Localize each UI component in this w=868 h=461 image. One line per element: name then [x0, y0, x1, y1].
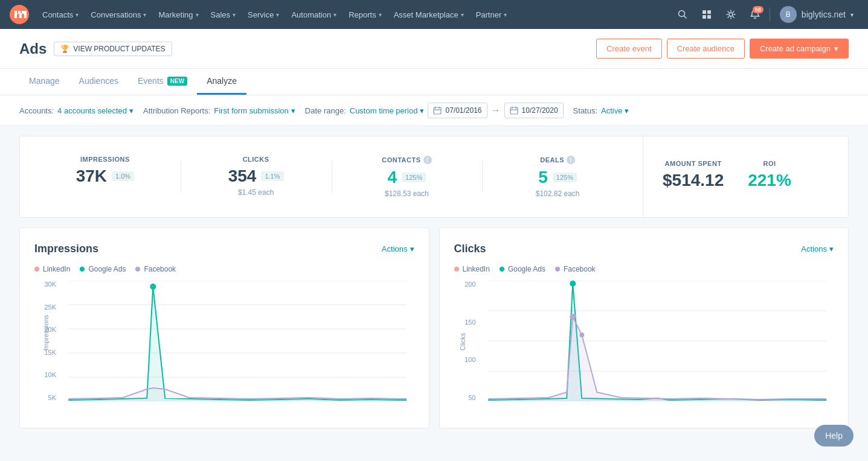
chevron-down-icon: ▾ — [420, 106, 424, 115]
svg-rect-8 — [434, 107, 441, 114]
create-campaign-button[interactable]: Create ad campaign ▾ — [750, 39, 849, 59]
chevron-down-icon: ▾ — [276, 11, 279, 18]
clicks-chart-title: Clicks — [454, 243, 486, 255]
nav-item-reports[interactable]: Reports▾ — [342, 7, 388, 23]
status-filter: Status: Active ▾ — [573, 106, 629, 115]
hubspot-logo[interactable] — [10, 5, 29, 24]
contacts-sub: $128.53 each — [341, 189, 473, 198]
legend-facebook: Facebook — [135, 265, 176, 273]
status-value[interactable]: Active ▾ — [601, 106, 629, 115]
impressions-chart-header: Impressions Actions ▾ — [34, 243, 414, 255]
amount-spent-stat: AMOUNT SPENT $514.12 — [663, 160, 724, 194]
legend-linkedin-clicks: LinkedIn — [454, 265, 490, 273]
date-from-value: 07/01/2016 — [445, 106, 481, 115]
accounts-filter: Accounts: 4 accounts selected ▾ — [19, 106, 133, 115]
notification-badge: 58 — [753, 6, 764, 13]
legend-google-ads: Google Ads — [80, 265, 126, 273]
svg-marker-24 — [68, 388, 407, 401]
date-to-value: 10/27/2020 — [522, 106, 558, 115]
tab-events[interactable]: Events NEW — [128, 69, 197, 95]
contacts-value: 4 125% — [341, 168, 473, 187]
deals-label: DEALS i — [492, 156, 623, 164]
chevron-down-icon: ▾ — [76, 11, 79, 18]
deals-sub: $102.82 each — [492, 189, 623, 198]
svg-rect-4 — [707, 10, 711, 14]
amount-spent-label: AMOUNT SPENT — [663, 160, 724, 167]
legend-dot-linkedin — [34, 267, 39, 272]
contacts-info-icon[interactable]: i — [423, 156, 432, 164]
attribution-value[interactable]: First form submission ▾ — [214, 106, 295, 115]
nav-item-partner[interactable]: Partner▾ — [470, 7, 513, 23]
nav-item-automation[interactable]: Automation▾ — [285, 7, 342, 23]
nav-icons: 58 — [673, 5, 765, 24]
clicks-chart-legend: LinkedIn Google Ads Facebook — [454, 265, 834, 273]
nav-item-asset-marketplace[interactable]: Asset Marketplace▾ — [388, 7, 470, 23]
help-button[interactable]: Help — [814, 425, 854, 447]
tab-manage[interactable]: Manage — [19, 69, 69, 95]
accounts-value[interactable]: 4 accounts selected ▾ — [57, 106, 133, 115]
search-icon[interactable] — [673, 5, 692, 24]
svg-marker-32 — [488, 317, 826, 401]
grid-icon[interactable] — [697, 5, 716, 24]
svg-marker-30 — [488, 284, 826, 401]
account-name: biglytics.net — [802, 10, 846, 19]
clicks-sub: $1.45 each — [190, 188, 322, 197]
roi-value: 221% — [748, 171, 791, 190]
clicks-stat: CLICKS 354 1.1% $1.45 each — [181, 151, 332, 203]
stats-right: AMOUNT SPENT $514.12 ROI 221% — [643, 136, 848, 217]
contacts-label: CONTACTS i — [341, 156, 473, 164]
stats-panel: IMPRESSIONS 37K 1.0% CLICKS 354 1.1% $1.… — [19, 136, 849, 218]
deals-info-icon[interactable]: i — [567, 156, 575, 164]
notifications-icon[interactable]: 58 — [745, 5, 765, 24]
nav-item-service[interactable]: Service▾ — [242, 7, 285, 23]
impressions-chart-legend: LinkedIn Google Ads Facebook — [34, 265, 414, 273]
tab-analyze[interactable]: Analyze — [197, 69, 246, 95]
nav-divider — [770, 7, 770, 22]
date-from-input[interactable]: 07/01/2016 — [428, 103, 487, 118]
impressions-value: 37K 1.0% — [39, 167, 171, 186]
tabs-bar: Manage Audiences Events NEW Analyze — [0, 69, 868, 95]
date-range-filter: Date range: Custom time period ▾ 07/01/2… — [305, 103, 564, 118]
y-axis-title-clicks: Clicks — [458, 333, 466, 351]
attribution-filter: Attribution Reports: First form submissi… — [143, 106, 295, 115]
clicks-chart-panel: Clicks Actions ▾ LinkedIn Google Ads Fac… — [439, 227, 849, 428]
create-audience-button[interactable]: Create audience — [667, 39, 745, 59]
chevron-down-icon: ▾ — [129, 106, 133, 115]
impressions-actions-button[interactable]: Actions ▾ — [382, 244, 414, 253]
date-range-label: Date range: — [305, 106, 346, 115]
legend-facebook-clicks: Facebook — [555, 265, 596, 273]
new-badge: NEW — [167, 77, 187, 86]
clicks-value: 354 1.1% — [190, 167, 322, 186]
svg-point-7 — [729, 13, 733, 16]
accounts-label: Accounts: — [19, 106, 54, 115]
avatar: B — [780, 6, 797, 23]
account-selector[interactable]: B biglytics.net ▾ — [775, 4, 858, 25]
nav-item-contacts[interactable]: Contacts▾ — [36, 7, 85, 23]
nav-item-sales[interactable]: Sales▾ — [205, 7, 242, 23]
chevron-down-icon: ▾ — [625, 106, 629, 115]
status-label: Status: — [573, 106, 597, 115]
settings-icon[interactable] — [721, 5, 741, 24]
create-event-button[interactable]: Create event — [596, 39, 661, 59]
deals-value: 5 125% — [492, 168, 623, 187]
impressions-stat: IMPRESSIONS 37K 1.0% — [30, 151, 181, 203]
impressions-chart-area: Impressions — [61, 281, 414, 413]
chevron-down-icon: ▾ — [834, 44, 838, 53]
nav-item-marketing[interactable]: Marketing▾ — [152, 7, 204, 23]
nav-item-conversations[interactable]: Conversations▾ — [85, 7, 152, 23]
impressions-chart-container: 30K 25K 20K 15K 10K 5K Impressions — [34, 281, 414, 413]
contacts-badge: 125% — [402, 173, 426, 182]
page-title: Ads — [19, 40, 47, 57]
clicks-actions-button[interactable]: Actions ▾ — [801, 244, 834, 253]
svg-point-31 — [570, 281, 576, 287]
page-header: Ads 🏆 VIEW PRODUCT UPDATES Create event … — [0, 29, 868, 69]
product-updates-button[interactable]: 🏆 VIEW PRODUCT UPDATES — [54, 42, 172, 56]
deals-stat: DEALS i 5 125% $102.82 each — [482, 151, 633, 203]
top-navigation: Contacts▾Conversations▾Marketing▾Sales▾S… — [0, 0, 868, 29]
tab-audiences[interactable]: Audiences — [69, 69, 128, 95]
date-range-value[interactable]: Custom time period ▾ — [350, 106, 425, 115]
svg-line-2 — [684, 16, 686, 19]
legend-dot-linkedin-c — [454, 267, 459, 272]
clicks-chart-area: Clicks — [481, 281, 834, 413]
date-to-input[interactable]: 10/27/2020 — [504, 103, 564, 118]
